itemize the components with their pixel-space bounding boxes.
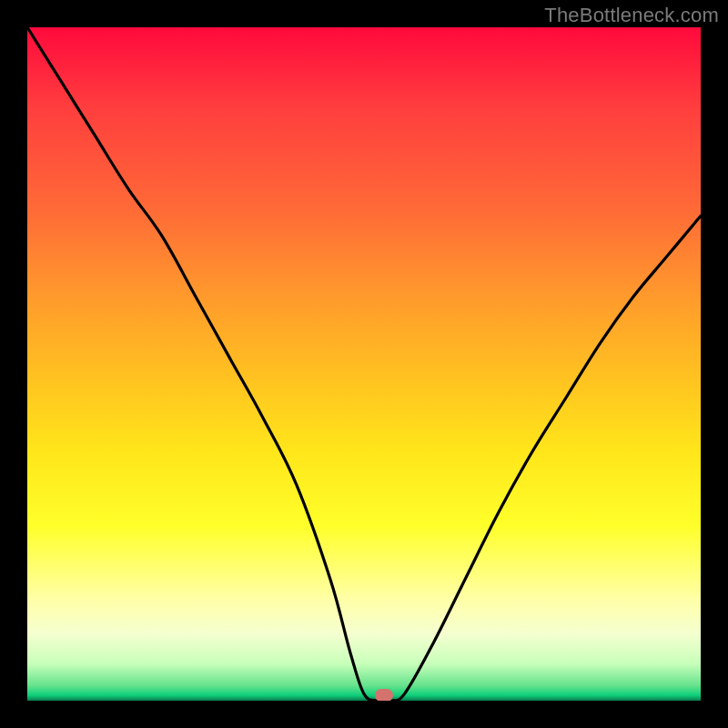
optimal-point-marker [375, 689, 393, 701]
watermark-text: TheBottleneck.com [544, 4, 719, 27]
gradient-background [27, 27, 701, 701]
chart-frame: TheBottleneck.com [0, 0, 728, 728]
plot-area [27, 27, 701, 701]
